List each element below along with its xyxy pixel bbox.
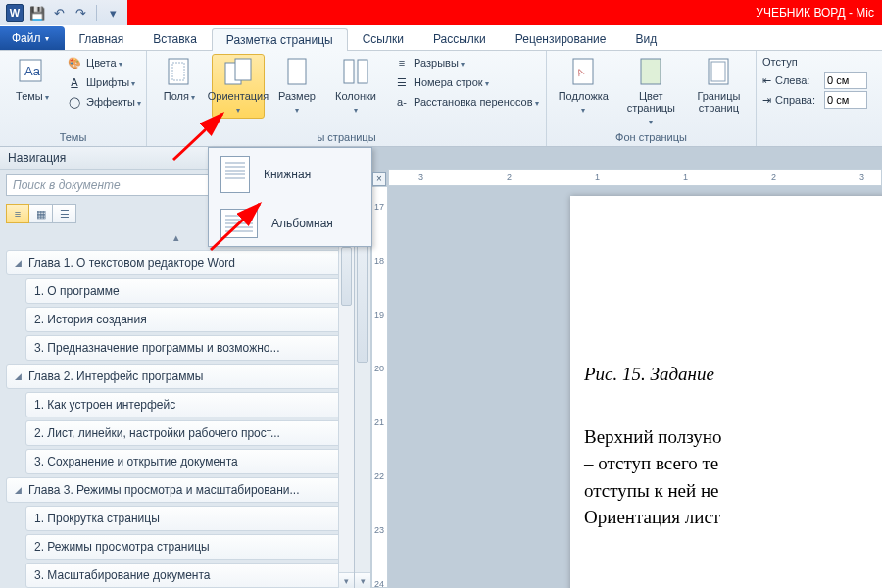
- svg-rect-6: [288, 59, 306, 84]
- qat-customize-icon[interactable]: ▾: [105, 5, 121, 21]
- nav-scrollbar[interactable]: ▴ ▾: [338, 229, 354, 588]
- page-borders-icon: [703, 57, 734, 88]
- page-color-button[interactable]: Цвет страницы: [620, 54, 682, 130]
- nav-tab-headings-icon[interactable]: ≡: [6, 204, 29, 223]
- orientation-button[interactable]: Ориентация: [212, 54, 265, 119]
- svg-rect-8: [358, 60, 368, 83]
- watermark-icon: A: [567, 57, 599, 88]
- hyphenation-icon: a‑: [394, 94, 410, 110]
- figure-caption: Рис. 15. Задание: [584, 361, 882, 388]
- group-indent: Отступ ⇤ Слева: ⇥ Справа:: [757, 51, 882, 146]
- nav-heading-item[interactable]: 3. Предназначение программы и возможно..…: [25, 335, 348, 361]
- margins-button[interactable]: Поля: [153, 54, 206, 106]
- save-icon[interactable]: 💾: [29, 5, 45, 21]
- watermark-button[interactable]: A Подложка: [553, 54, 614, 119]
- theme-colors-button[interactable]: 🎨Цвета: [65, 54, 143, 72]
- nav-heading-item[interactable]: 2. Лист, линейки, настройки рабочего про…: [25, 420, 348, 446]
- theme-effects-button[interactable]: ◯Эффекты: [65, 93, 143, 111]
- nav-heading-item[interactable]: ◢Глава 3. Режимы просмотра и масштабиров…: [6, 477, 348, 503]
- group-indent-label: [762, 130, 876, 144]
- page-color-icon: [635, 57, 666, 88]
- effects-icon: ◯: [67, 94, 82, 110]
- margins-icon: [164, 57, 195, 88]
- size-icon: [281, 57, 313, 88]
- nav-heading-item[interactable]: 2. Режимы просмотра страницы: [25, 534, 348, 560]
- indent-right-icon: ⇥: [762, 94, 771, 107]
- indent-right-row: ⇥ Справа:: [762, 91, 867, 109]
- orientation-portrait[interactable]: Книжная: [209, 148, 371, 201]
- title-bar-accent: УЧЕБНИК ВОРД - Mic: [127, 0, 882, 25]
- indent-heading: Отступ: [762, 56, 867, 70]
- breaks-icon: ≡: [394, 55, 410, 71]
- tab-page-layout[interactable]: Разметка страницы: [212, 28, 348, 51]
- svg-rect-11: [641, 59, 661, 84]
- tab-review[interactable]: Рецензирование: [501, 27, 621, 50]
- tab-home[interactable]: Главная: [65, 27, 139, 50]
- scroll-down-icon[interactable]: ▾: [339, 572, 354, 588]
- nav-heading-item[interactable]: ◢Глава 2. Интерфейс программы: [6, 364, 348, 389]
- title-bar: W 💾 ↶ ↷ ▾ УЧЕБНИК ВОРД - Mic: [0, 0, 882, 25]
- navigation-headings-list: ▴ ◢Глава 1. О текстовом редакторе Word1.…: [0, 229, 354, 588]
- nav-heading-item[interactable]: 1. Как устроен интерфейс: [25, 392, 348, 417]
- nav-heading-item[interactable]: ◢Глава 1. О текстовом редакторе Word: [6, 250, 348, 275]
- tab-mailings[interactable]: Рассылки: [418, 27, 501, 50]
- orientation-landscape[interactable]: Альбомная: [209, 201, 371, 246]
- horizontal-ruler[interactable]: 321123: [388, 169, 882, 186]
- nav-heading-item[interactable]: 3. Масштабирование документа: [25, 563, 348, 588]
- columns-button[interactable]: Колонки: [329, 54, 382, 119]
- size-button[interactable]: Размер: [270, 54, 323, 119]
- close-icon[interactable]: ×: [372, 172, 386, 186]
- scroll-thumb[interactable]: [357, 245, 368, 363]
- tab-insert[interactable]: Вставка: [138, 27, 212, 50]
- redo-icon[interactable]: ↷: [73, 5, 88, 21]
- nav-heading-item[interactable]: 1. Прокрутка страницы: [25, 506, 348, 531]
- scroll-down-icon[interactable]: ▾: [355, 572, 370, 588]
- scroll-thumb[interactable]: [341, 247, 352, 306]
- ribbon-tabs: Файл Главная Вставка Разметка страницы С…: [0, 25, 882, 51]
- ribbon: Aa Темы 🎨Цвета AШрифты ◯Эффекты Темы Пол…: [0, 51, 882, 147]
- document-page[interactable]: част вмес Рис. 15. Задание Верхний ползу…: [570, 196, 882, 588]
- page-borders-button[interactable]: Границы страниц: [688, 54, 750, 117]
- breaks-button[interactable]: ≡Разрывы: [392, 54, 541, 72]
- quick-access-toolbar: 💾 ↶ ↷ ▾: [29, 5, 121, 21]
- window-title: УЧЕБНИК ВОРД - Mic: [756, 6, 874, 20]
- line-numbers-button[interactable]: ☰Номера строк: [392, 74, 541, 91]
- group-page-background: A Подложка Цвет страницы Границы страниц…: [547, 51, 757, 146]
- nav-heading-item[interactable]: 3. Сохранение и открытие документа: [25, 449, 348, 474]
- portrait-page-icon: [220, 156, 250, 193]
- svg-rect-7: [344, 60, 354, 83]
- nav-tab-results-icon[interactable]: ☰: [53, 204, 76, 223]
- tab-references[interactable]: Ссылки: [348, 27, 418, 50]
- svg-text:Aa: Aa: [24, 64, 41, 78]
- indent-left-input[interactable]: [824, 72, 867, 89]
- colors-icon: 🎨: [67, 55, 82, 71]
- orientation-menu: Книжная Альбомная: [208, 147, 372, 247]
- svg-rect-5: [235, 59, 251, 80]
- hyphenation-button[interactable]: a‑Расстановка переносов: [392, 93, 541, 111]
- orientation-icon: [222, 57, 254, 88]
- themes-icon: Aa: [17, 57, 48, 88]
- indent-left-row: ⇤ Слева:: [762, 72, 867, 89]
- nav-heading-item[interactable]: 1. О программе: [25, 278, 348, 304]
- group-themes: Aa Темы 🎨Цвета AШрифты ◯Эффекты Темы: [0, 51, 147, 146]
- group-page-setup-label: ы страницы: [153, 130, 540, 144]
- body-text: Верхний ползуно– отступ всего теотступы …: [584, 423, 882, 531]
- tab-view[interactable]: Вид: [620, 27, 671, 50]
- indent-left-icon: ⇤: [762, 74, 771, 87]
- nav-tab-pages-icon[interactable]: ▦: [29, 204, 53, 223]
- file-tab[interactable]: Файл: [0, 26, 65, 50]
- qat-separator: [96, 5, 97, 21]
- columns-icon: [340, 57, 371, 88]
- vertical-ruler[interactable]: 1718192021222324: [371, 186, 388, 588]
- fonts-icon: A: [67, 74, 82, 90]
- group-themes-label: Темы: [6, 130, 140, 144]
- group-page-setup: Поля Ориентация Размер Колонки ≡Разрывы …: [147, 51, 547, 146]
- themes-button[interactable]: Aa Темы: [6, 54, 59, 106]
- undo-icon[interactable]: ↶: [51, 5, 67, 21]
- theme-fonts-button[interactable]: AШрифты: [65, 74, 143, 91]
- word-app-icon: W: [6, 4, 24, 22]
- nav-heading-item[interactable]: 2. История создания: [25, 307, 348, 332]
- landscape-page-icon: [220, 209, 258, 238]
- group-page-background-label: Фон страницы: [553, 130, 750, 144]
- indent-right-input[interactable]: [824, 91, 867, 109]
